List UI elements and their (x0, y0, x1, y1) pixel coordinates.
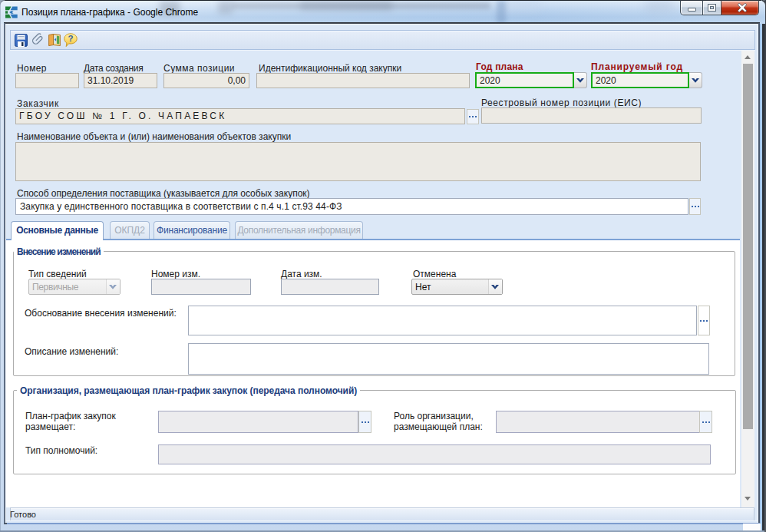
svg-text:?: ? (68, 34, 73, 43)
